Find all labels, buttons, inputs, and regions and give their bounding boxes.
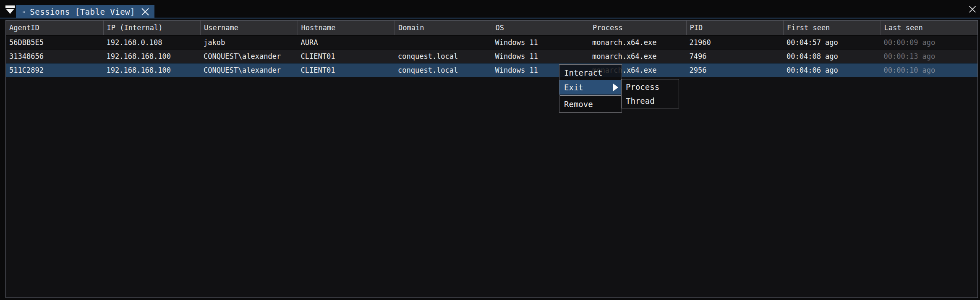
cell-ip: 192.168.168.100 xyxy=(103,50,201,63)
table-row[interactable]: 31348656 192.168.168.100 CONQUEST\alexan… xyxy=(6,49,977,63)
column-header-pid[interactable]: PID xyxy=(686,21,784,35)
cell-domain: conquest.local xyxy=(395,50,492,63)
tab-close-icon[interactable] xyxy=(140,7,150,17)
column-header-last-seen[interactable]: Last seen xyxy=(881,21,978,35)
column-header-domain[interactable]: Domain xyxy=(395,21,492,35)
submenu-arrow-icon xyxy=(613,84,618,91)
app-window: Sessions [Table View] AgentID IP (Intern… xyxy=(0,0,980,300)
window-close-icon[interactable] xyxy=(968,5,977,14)
cell-agentid: 511C2892 xyxy=(6,63,103,77)
column-header-agentid[interactable]: AgentID xyxy=(6,21,103,35)
cell-process: monarch.x64.exe xyxy=(589,50,686,63)
cell-hostname: CLIENT01 xyxy=(298,50,395,63)
cell-hostname: AURA xyxy=(298,36,395,49)
menu-item-exit-label: Exit xyxy=(564,83,583,92)
cell-last-seen: 00:00:10 ago xyxy=(881,63,978,77)
cell-os: Windows 11 xyxy=(492,50,589,63)
cell-agentid: 31348656 xyxy=(6,50,103,63)
cell-pid: 7496 xyxy=(686,50,784,63)
cell-process: monarch.x64.exe xyxy=(589,36,686,49)
cell-username: jakob xyxy=(200,36,298,49)
column-header-ip[interactable]: IP (Internal) xyxy=(103,21,201,35)
menu-item-interact[interactable]: Interact xyxy=(559,65,622,80)
column-header-hostname[interactable]: Hostname xyxy=(298,21,395,35)
menu-separator xyxy=(560,95,621,96)
cell-os: Windows 11 xyxy=(492,36,589,49)
column-header-username[interactable]: Username xyxy=(200,21,298,35)
cell-domain: conquest.local xyxy=(395,63,492,77)
cell-agentid: 56DBB5E5 xyxy=(6,36,103,49)
cell-first-seen: 00:04:06 ago xyxy=(783,63,881,77)
table-header-row: AgentID IP (Internal) Username Hostname … xyxy=(6,21,977,35)
menu-item-exit[interactable]: Exit xyxy=(559,80,622,95)
sessions-table-panel: AgentID IP (Internal) Username Hostname … xyxy=(5,20,978,298)
cell-domain xyxy=(395,36,492,49)
tab-label: Sessions [Table View] xyxy=(30,7,135,16)
cell-first-seen: 00:04:08 ago xyxy=(783,50,881,63)
tab-sessions-table-view[interactable]: Sessions [Table View] xyxy=(16,5,154,18)
context-menu: Interact Exit Remove xyxy=(559,64,622,113)
filter-icon[interactable] xyxy=(4,5,16,16)
cell-last-seen: 00:00:13 ago xyxy=(881,50,978,63)
exit-submenu: Process Thread xyxy=(621,79,679,108)
cell-pid: 21960 xyxy=(686,36,784,49)
cell-username: CONQUEST\alexander xyxy=(200,50,298,63)
column-header-os[interactable]: OS xyxy=(492,21,589,35)
column-header-process[interactable]: Process xyxy=(589,21,686,35)
cell-hostname: CLIENT01 xyxy=(298,63,395,77)
tab-bar: Sessions [Table View] xyxy=(0,0,980,18)
cell-last-seen: 00:00:09 ago xyxy=(881,36,978,49)
cell-pid: 2956 xyxy=(686,63,784,77)
table-row[interactable]: 56DBB5E5 192.168.0.108 jakob AURA Window… xyxy=(6,35,977,49)
cell-username: CONQUEST\alexander xyxy=(200,63,298,77)
cell-ip: 192.168.0.108 xyxy=(103,36,201,49)
cell-first-seen: 00:04:57 ago xyxy=(783,36,881,49)
submenu-item-process[interactable]: Process xyxy=(622,80,679,94)
table-list-icon xyxy=(23,8,25,16)
submenu-item-thread[interactable]: Thread xyxy=(622,94,679,108)
cell-ip: 192.168.168.100 xyxy=(103,63,201,77)
table-row-selected[interactable]: 511C2892 192.168.168.100 CONQUEST\alexan… xyxy=(6,63,977,77)
column-header-first-seen[interactable]: First seen xyxy=(783,21,881,35)
menu-item-remove[interactable]: Remove xyxy=(559,97,622,111)
